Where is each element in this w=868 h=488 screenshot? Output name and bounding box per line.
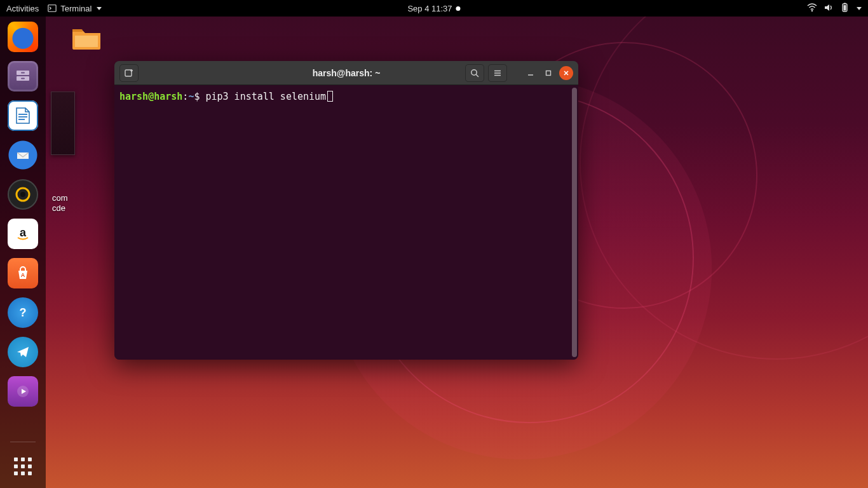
svg-rect-8 bbox=[21, 78, 25, 79]
hamburger-icon bbox=[492, 68, 503, 78]
svg-rect-21 bbox=[546, 71, 551, 75]
dock-help[interactable]: ? bbox=[8, 297, 38, 328]
desktop-item-thumb[interactable] bbox=[51, 92, 75, 155]
svg-rect-9 bbox=[18, 114, 27, 115]
document-icon bbox=[13, 106, 32, 125]
window-minimize-button[interactable] bbox=[524, 66, 538, 80]
prompt-user: harsh@harsh bbox=[119, 91, 182, 102]
dock-libreoffice-writer[interactable] bbox=[8, 100, 38, 131]
svg-rect-4 bbox=[844, 5, 846, 11]
svg-rect-10 bbox=[18, 116, 27, 118]
system-menu-chevron-icon[interactable] bbox=[857, 7, 862, 10]
svg-text:a: a bbox=[20, 226, 27, 239]
svg-text:A: A bbox=[21, 272, 25, 278]
folder-icon bbox=[71, 25, 102, 51]
svg-rect-11 bbox=[18, 119, 25, 120]
search-icon bbox=[470, 68, 480, 78]
terminal-title: harsh@harsh: ~ bbox=[313, 68, 381, 78]
terminal-menu-button[interactable] bbox=[488, 64, 507, 82]
terminal-window: harsh@harsh: ~ bbox=[114, 61, 578, 360]
terminal-search-button[interactable] bbox=[465, 64, 484, 82]
svg-text:?: ? bbox=[20, 306, 27, 319]
drawer-icon bbox=[14, 67, 32, 85]
svg-rect-3 bbox=[844, 3, 846, 4]
svg-point-1 bbox=[811, 10, 813, 11]
desktop[interactable]: com cde harsh@harsh: ~ bbox=[46, 17, 868, 488]
clock-label: Sep 4 11:37 bbox=[407, 4, 452, 13]
svg-rect-18 bbox=[75, 36, 98, 47]
amazon-icon: a bbox=[13, 224, 32, 243]
dock-ubuntu-software[interactable]: A bbox=[8, 258, 38, 288]
terminal-body[interactable]: harsh@harsh:~$ pip3 install selenium bbox=[114, 85, 578, 360]
dock-telegram[interactable] bbox=[8, 337, 38, 367]
speaker-icon bbox=[13, 185, 32, 204]
window-maximize-button[interactable] bbox=[541, 66, 555, 80]
terminal-icon bbox=[48, 4, 57, 13]
play-icon bbox=[15, 383, 31, 400]
shopping-bag-icon: A bbox=[13, 264, 32, 283]
question-icon: ? bbox=[15, 304, 31, 321]
svg-point-13 bbox=[20, 192, 25, 197]
show-applications-button[interactable] bbox=[8, 451, 38, 482]
dock-rhythmbox[interactable] bbox=[8, 179, 38, 210]
dock-amazon[interactable]: a bbox=[8, 219, 38, 249]
top-bar: Activities Terminal Sep 4 11:37 bbox=[0, 0, 868, 17]
terminal-command: pip3 install selenium bbox=[205, 91, 326, 102]
terminal-cursor bbox=[327, 91, 333, 102]
paper-plane-icon bbox=[15, 344, 31, 360]
wifi-icon[interactable] bbox=[807, 3, 817, 14]
desktop-folder[interactable] bbox=[71, 25, 102, 51]
terminal-titlebar[interactable]: harsh@harsh: ~ bbox=[114, 61, 578, 85]
new-tab-button[interactable] bbox=[119, 64, 139, 82]
volume-icon[interactable] bbox=[824, 3, 834, 14]
desktop-item-label: com cde bbox=[52, 193, 68, 214]
dock-thunderbird[interactable] bbox=[8, 140, 38, 170]
svg-rect-7 bbox=[21, 72, 25, 74]
minimize-icon bbox=[527, 70, 534, 76]
grid-icon bbox=[14, 458, 32, 475]
dock-firefox[interactable] bbox=[8, 22, 38, 52]
dock: a A ? bbox=[0, 17, 46, 488]
prompt-symbol: $ bbox=[194, 91, 200, 102]
close-icon bbox=[563, 70, 569, 76]
battery-icon[interactable] bbox=[840, 3, 849, 15]
svg-rect-0 bbox=[48, 5, 56, 12]
new-tab-icon bbox=[124, 68, 134, 78]
activities-button[interactable]: Activities bbox=[6, 4, 39, 13]
svg-point-20 bbox=[471, 69, 477, 74]
dock-video[interactable] bbox=[8, 376, 38, 407]
chevron-down-icon bbox=[97, 7, 102, 10]
app-menu-label: Terminal bbox=[60, 4, 92, 13]
maximize-icon bbox=[545, 70, 552, 76]
dock-files[interactable] bbox=[8, 61, 38, 92]
clock-button[interactable]: Sep 4 11:37 bbox=[407, 4, 460, 13]
mail-icon bbox=[13, 146, 32, 165]
terminal-scrollbar[interactable] bbox=[572, 88, 577, 357]
notification-dot-icon bbox=[456, 6, 461, 11]
window-close-button[interactable] bbox=[559, 66, 573, 80]
dock-separator bbox=[10, 442, 36, 442]
app-menu-terminal[interactable]: Terminal bbox=[48, 4, 102, 13]
